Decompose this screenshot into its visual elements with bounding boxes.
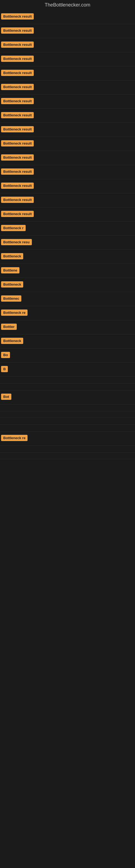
list-item[interactable]: Bottler bbox=[0, 320, 135, 335]
bottleneck-result-badge: Bottleneck result bbox=[1, 140, 34, 147]
list-item[interactable] bbox=[0, 404, 135, 411]
list-item[interactable]: Bottleneck result bbox=[0, 52, 135, 66]
list-item[interactable]: Bottleneck result bbox=[0, 24, 135, 38]
list-item[interactable] bbox=[0, 418, 135, 425]
list-item[interactable]: Bottleneck bbox=[0, 335, 135, 348]
bottleneck-result-badge: Bottleneck result bbox=[1, 112, 34, 118]
list-item[interactable]: Bo bbox=[0, 348, 135, 363]
bottleneck-result-badge: Bottleneck result bbox=[1, 56, 34, 62]
site-header: TheBottlenecker.com bbox=[0, 0, 135, 10]
list-item[interactable]: Bottleneck result bbox=[0, 151, 135, 165]
list-item[interactable]: Bottleneck re bbox=[0, 432, 135, 446]
bottleneck-result-badge: Bottleneck result bbox=[1, 84, 34, 90]
rows-container: Bottleneck resultBottleneck resultBottle… bbox=[0, 10, 135, 459]
list-item[interactable]: Bottleneck result bbox=[0, 208, 135, 222]
list-item[interactable]: Bottleneck result bbox=[0, 109, 135, 123]
bottleneck-result-badge: Bottleneck result bbox=[1, 126, 34, 132]
bottleneck-result-badge: Bottleneck result bbox=[1, 154, 34, 161]
bottleneck-result-badge: Bottleneck result bbox=[1, 13, 34, 20]
bottleneck-result-badge: Bottleneck result bbox=[1, 27, 34, 34]
list-item[interactable]: B bbox=[0, 363, 135, 377]
list-item[interactable]: Bottleneck result bbox=[0, 179, 135, 193]
bottleneck-result-badge: Bottleneck re bbox=[1, 435, 28, 441]
list-item[interactable]: Bot bbox=[0, 390, 135, 404]
bottleneck-result-badge: Bottleneck result bbox=[1, 211, 34, 217]
list-item[interactable] bbox=[0, 411, 135, 418]
bottleneck-result-badge: Bottleneck result bbox=[1, 98, 34, 104]
list-item[interactable]: Bottleneck bbox=[0, 250, 135, 264]
bottleneck-result-badge: Bottlene bbox=[1, 267, 19, 273]
list-item[interactable]: Bottleneck result bbox=[0, 95, 135, 109]
bottleneck-result-badge: B bbox=[1, 366, 8, 372]
bottleneck-result-badge: Bottleneck result bbox=[1, 183, 34, 189]
bottleneck-result-badge: Bottleneck result bbox=[1, 70, 34, 76]
list-item[interactable]: Bottlene bbox=[0, 264, 135, 278]
list-item[interactable]: Bottleneck result bbox=[0, 10, 135, 24]
bottleneck-result-badge: Bottleneck bbox=[1, 338, 23, 344]
list-item[interactable]: Bottlenec bbox=[0, 292, 135, 306]
bottleneck-result-badge: Bottleneck re bbox=[1, 310, 28, 316]
bottleneck-result-badge: Bottleneck result bbox=[1, 197, 34, 203]
list-item[interactable]: Bottleneck result bbox=[0, 193, 135, 208]
list-item[interactable]: Bottleneck result bbox=[0, 165, 135, 179]
list-item[interactable] bbox=[0, 446, 135, 453]
list-item[interactable]: Bottleneck re bbox=[0, 306, 135, 320]
list-item[interactable]: Bottleneck result bbox=[0, 66, 135, 81]
list-item[interactable]: Bottleneck result bbox=[0, 137, 135, 151]
list-item[interactable]: Bottleneck result bbox=[0, 38, 135, 52]
bottleneck-result-badge: Bottleneck resu bbox=[1, 239, 32, 245]
list-item[interactable] bbox=[0, 453, 135, 459]
bottleneck-result-badge: Bottleneck result bbox=[1, 168, 34, 175]
bottleneck-result-badge: Bottlenec bbox=[1, 296, 21, 302]
bottleneck-result-badge: Bo bbox=[1, 352, 10, 358]
bottleneck-result-badge: Bot bbox=[1, 394, 11, 400]
list-item[interactable]: Bottleneck resu bbox=[0, 236, 135, 250]
list-item[interactable] bbox=[0, 383, 135, 390]
list-item[interactable]: Bottleneck r bbox=[0, 222, 135, 236]
bottleneck-result-badge: Bottleneck r bbox=[1, 225, 26, 231]
list-item[interactable] bbox=[0, 377, 135, 383]
list-item[interactable] bbox=[0, 425, 135, 432]
site-title: TheBottlenecker.com bbox=[0, 0, 135, 10]
list-item[interactable]: Bottleneck result bbox=[0, 123, 135, 137]
bottleneck-result-badge: Bottleneck result bbox=[1, 41, 34, 48]
bottleneck-result-badge: Bottler bbox=[1, 323, 17, 330]
list-item[interactable]: Bottleneck result bbox=[0, 81, 135, 95]
bottleneck-result-badge: Bottleneck bbox=[1, 253, 23, 259]
list-item[interactable]: Bottleneck bbox=[0, 278, 135, 292]
bottleneck-result-badge: Bottleneck bbox=[1, 281, 23, 287]
